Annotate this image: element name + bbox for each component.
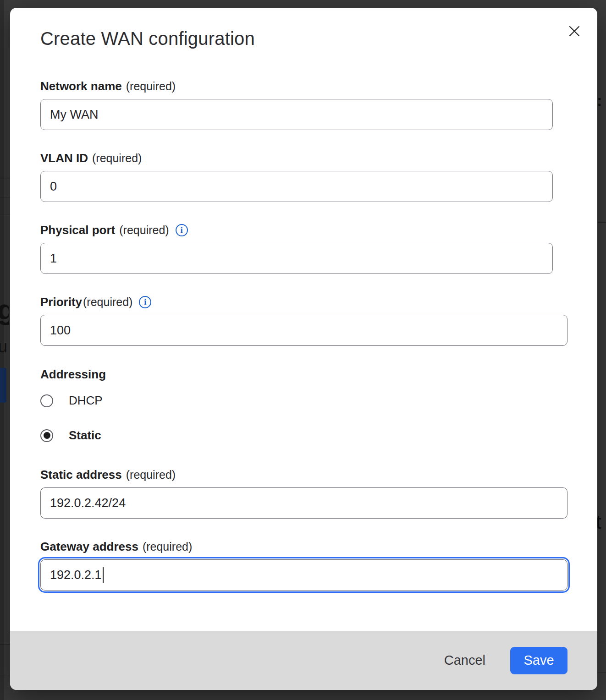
static-address-input[interactable]: 192.0.2.42/24 (40, 487, 567, 519)
label-text: Gateway address (40, 538, 138, 555)
input-value: 192.0.2.42/24 (50, 496, 126, 510)
required-hint: (required) (119, 222, 169, 238)
gateway-address-label: Gateway address (required) (40, 538, 597, 555)
addressing-option-dhcp[interactable]: DHCP (40, 394, 597, 408)
vlan-id-input[interactable]: 0 (40, 171, 553, 202)
background-text-fragment: : l (597, 92, 606, 112)
input-value: 192.0.2.1 (50, 568, 102, 582)
dialog-footer: Cancel Save (10, 631, 597, 690)
label-text: Static address (40, 466, 122, 483)
static-address-label: Static address (required) (40, 466, 597, 483)
vlan-id-label: VLAN ID (required) (40, 150, 597, 166)
screen: g u : l t Create WAN configuration Netwo… (0, 0, 606, 700)
background-table-line (597, 222, 606, 223)
background-table-line (0, 214, 11, 214)
background-text-fragment: g (0, 293, 9, 329)
background-text-fragment: u (0, 337, 7, 356)
priority-label: Priority (required) i (40, 294, 597, 310)
background-text-fragment: t (596, 511, 605, 534)
input-value: 1 (50, 252, 57, 266)
input-value: 0 (50, 180, 57, 194)
network-name-label: Network name (required) (40, 78, 597, 94)
background-table-line (597, 643, 606, 643)
background-table-line (0, 644, 11, 645)
background-table-line (597, 673, 606, 673)
background-table-line (0, 675, 11, 675)
input-value: 100 (50, 323, 71, 338)
addressing-section-label: Addressing (40, 366, 597, 383)
background-table-line (0, 179, 11, 179)
cancel-button[interactable]: Cancel (442, 649, 487, 672)
label-text: Network name (40, 78, 122, 94)
label-text: Priority (40, 294, 82, 310)
network-name-input[interactable]: My WAN (40, 99, 553, 130)
radio-label: DHCP (69, 394, 103, 408)
label-text: VLAN ID (40, 150, 88, 166)
required-hint: (required) (143, 538, 192, 555)
save-button[interactable]: Save (510, 647, 567, 674)
addressing-option-static[interactable]: Static (40, 428, 597, 443)
gateway-address-input[interactable]: 192.0.2.1 (40, 559, 567, 591)
background-table-line (0, 197, 11, 197)
radio-label: Static (69, 428, 101, 443)
radio-button-icon (40, 429, 53, 442)
dialog-title: Create WAN configuration (40, 27, 597, 49)
info-icon[interactable]: i (176, 224, 188, 236)
priority-input[interactable]: 100 (40, 315, 567, 346)
label-text: Physical port (40, 222, 115, 238)
required-hint: (required) (126, 78, 176, 94)
text-cursor (103, 567, 104, 583)
required-hint: (required) (92, 150, 142, 166)
background-button-fragment (0, 368, 6, 403)
create-wan-configuration-dialog: Create WAN configuration Network name (r… (10, 8, 597, 690)
physical-port-input[interactable]: 1 (40, 243, 553, 274)
required-hint: (required) (83, 294, 132, 310)
required-hint: (required) (126, 466, 176, 483)
info-icon[interactable]: i (139, 296, 151, 308)
physical-port-label: Physical port (required) i (40, 222, 597, 238)
input-value: My WAN (50, 108, 98, 122)
radio-button-icon (40, 394, 53, 407)
